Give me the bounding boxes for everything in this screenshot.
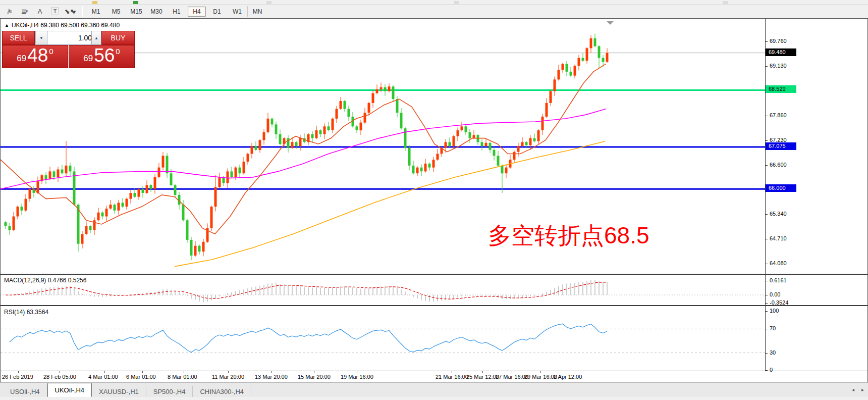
- chart-title-text: UKOil-,H4 69.380 69.500 69.360 69.480: [12, 22, 120, 29]
- price-tick: [766, 116, 768, 116]
- price-tick: [766, 214, 768, 215]
- buy-button[interactable]: BUY: [101, 31, 135, 45]
- time-axis[interactable]: 26 Feb 201928 Feb 05:004 Mar 01:006 Mar …: [1, 371, 765, 382]
- volume-decrease-button[interactable]: ▼: [35, 31, 47, 45]
- price-badge: 69.480: [766, 48, 796, 56]
- date-label: 27 Mar 16:00: [496, 374, 528, 380]
- date-label: 26 Feb 2019: [2, 374, 33, 380]
- clipped-icon: [133, 1, 138, 4]
- date-label: 13 Mar 20:00: [255, 374, 288, 380]
- price-tick: [766, 264, 768, 264]
- date-tick: [60, 371, 60, 373]
- timeframe-button-m1[interactable]: M1: [87, 7, 105, 17]
- price-tick-label: 66.600: [770, 162, 787, 168]
- price-tick-label: 69.760: [770, 38, 787, 44]
- timeframe-button-m15[interactable]: M15: [127, 7, 145, 17]
- timeframe-button-d1[interactable]: D1: [208, 7, 226, 17]
- clipped-icon: [92, 1, 97, 4]
- symbol-tab-xauusdh1[interactable]: XAUUSD-,H1: [92, 386, 146, 397]
- pane-divider[interactable]: [1, 274, 867, 275]
- volume-increase-button[interactable]: ▲: [91, 31, 101, 45]
- chart-title: ▲ UKOil-,H4 69.380 69.500 69.360 69.480: [5, 22, 120, 29]
- date-tick: [452, 371, 452, 373]
- symbol-tabbar: USOil-,H4UKOil-,H4XAUUSD-,H1SP500-,H4CHI…: [0, 382, 868, 397]
- date-tick: [482, 371, 483, 373]
- rsi-tick: [766, 329, 768, 329]
- dropdown-caret-icon[interactable]: ▾: [74, 9, 76, 14]
- date-label: 6 Mar 01:00: [126, 374, 156, 380]
- rsi-tick: [766, 311, 768, 312]
- date-tick: [184, 371, 184, 373]
- clipped-icon: [723, 1, 728, 4]
- text-label-tool-icon[interactable]: A: [33, 6, 46, 17]
- rsi-tick-label: 30: [770, 349, 776, 356]
- price-tick: [766, 66, 768, 67]
- rsi-tick-label: 70: [770, 325, 776, 331]
- macd-tick: [766, 303, 768, 304]
- symbol-tab-usoilh4[interactable]: USOil-,H4: [3, 386, 47, 397]
- timeframe-button-w1[interactable]: W1: [228, 7, 246, 17]
- tab-scroll-right-icon[interactable]: ▸: [861, 387, 864, 392]
- rsi-canvas[interactable]: [1, 307, 765, 371]
- channel-tool-icon[interactable]: ⫽E: [3, 6, 16, 17]
- date-label: 29 Mar 16:00: [524, 374, 557, 380]
- collapse-arrow-icon[interactable]: ▲: [5, 23, 9, 28]
- date-tick: [18, 371, 19, 373]
- macd-tick-label: 0.6161: [770, 277, 787, 283]
- macd-tick-label: 0.00: [770, 291, 780, 297]
- clipped-icon: [266, 1, 272, 4]
- date-tick: [512, 371, 512, 373]
- macd-label: MACD(12,26,9) 0.4766 0.5256: [4, 277, 86, 284]
- volume-input[interactable]: [47, 31, 95, 45]
- symbol-tab-sp500h4[interactable]: SP500-,H4: [146, 386, 193, 397]
- timeframe-button-h4[interactable]: H4: [188, 7, 206, 17]
- mt4-terminal: { "toolbar": { "tools": [ {"icon": "chan…: [0, 0, 868, 400]
- macd-canvas[interactable]: [1, 275, 765, 305]
- tab-scroll-left-icon[interactable]: ◂: [852, 387, 854, 392]
- text-label-tool-icon: A: [38, 8, 42, 15]
- date-tick: [271, 371, 272, 373]
- price-tick: [766, 165, 768, 166]
- timeframe-button-mn[interactable]: MN: [248, 7, 266, 17]
- toolbar: ⫽E≣FAT⬊⬉▾ M1M5M15M30H1H4D1W1MN: [0, 5, 868, 18]
- symbol-tab-china300h4[interactable]: CHINA300-,H4: [193, 386, 251, 397]
- sell-price-main: 48: [27, 45, 48, 66]
- date-label: 28 Feb 05:00: [43, 374, 76, 380]
- buy-price-main: 56: [94, 45, 115, 66]
- price-tick-label: 64.080: [770, 260, 787, 266]
- chart-window: ▲ UKOil-,H4 69.380 69.500 69.360 69.480 …: [0, 18, 868, 383]
- text-box-tool-icon: T: [51, 8, 59, 15]
- symbol-tab-ukoilh4[interactable]: UKOil-,H4: [47, 383, 92, 397]
- price-tick: [766, 140, 768, 141]
- date-tick: [228, 371, 229, 373]
- sell-quote-panel[interactable]: 69 48 0: [2, 45, 68, 68]
- price-tick: [766, 41, 768, 42]
- date-label: 2 Apr 12:00: [554, 374, 582, 380]
- price-tick-label: 67.860: [770, 112, 787, 118]
- tab-scroll-buttons: ◂ ▸: [852, 387, 864, 392]
- fibonacci-tool-icon[interactable]: ≣F: [18, 6, 31, 17]
- rsi-label: RSI(14) 63.3564: [4, 309, 48, 316]
- clipped-icon: [454, 1, 459, 4]
- pane-divider[interactable]: [1, 305, 867, 306]
- arrows-tool-icon[interactable]: ⬊⬉▾: [64, 6, 77, 17]
- sell-price-prefix: 69: [17, 54, 26, 64]
- price-badge: 68.529: [766, 85, 796, 93]
- macd-tick: [766, 281, 768, 281]
- chart-annotation[interactable]: 多空转折点68.5: [488, 223, 649, 248]
- timeframe-group: M1M5M15M30H1H4D1W1MN: [86, 6, 267, 17]
- timeframe-button-h1[interactable]: H1: [168, 7, 186, 17]
- price-badge: 66.000: [766, 184, 796, 192]
- timeframe-button-m30[interactable]: M30: [147, 7, 166, 17]
- text-box-tool-icon[interactable]: T: [48, 6, 62, 17]
- sell-button[interactable]: SELL: [2, 31, 35, 45]
- drawing-tools-group: ⫽E≣FAT⬊⬉▾: [1, 5, 77, 18]
- toolbar-separator: [247, 6, 248, 17]
- date-label: 15 Mar 20:00: [298, 374, 331, 380]
- price-axis-separator: [765, 19, 766, 371]
- timeframe-button-m5[interactable]: M5: [107, 7, 125, 17]
- macd-tick: [766, 295, 768, 295]
- buy-quote-panel[interactable]: 69 56 0: [69, 45, 135, 68]
- date-label: 4 Mar 01:00: [88, 374, 118, 380]
- rsi-tick-label: 0: [770, 367, 773, 373]
